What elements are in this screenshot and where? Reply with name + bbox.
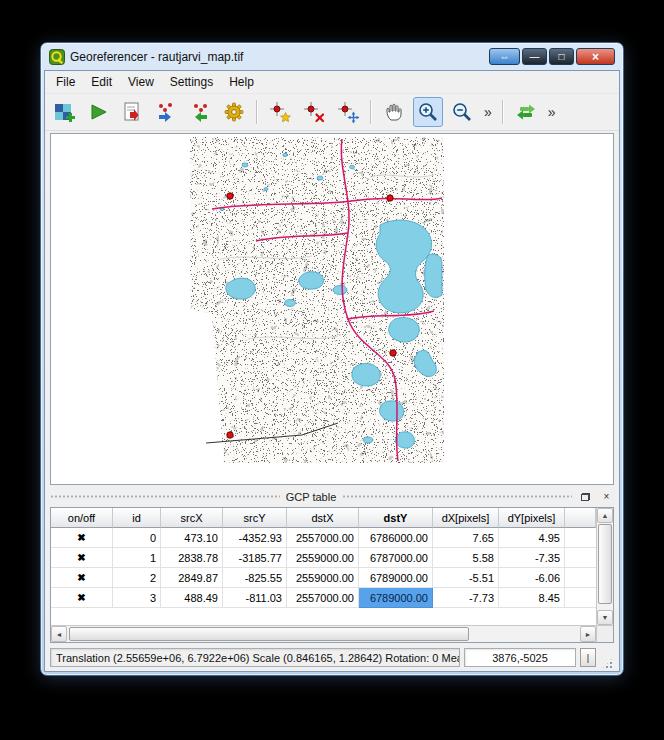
gcp-row1-dsty[interactable]: 6787000.00 bbox=[359, 548, 433, 568]
transform-status-field: Translation (2.55659e+06, 6.7922e+06) Sc… bbox=[50, 648, 460, 667]
gcp-row0-srcx[interactable]: 473.10 bbox=[161, 528, 223, 548]
window-maximize-button[interactable]: □ bbox=[549, 48, 574, 65]
gcp-panel-title: GCP table bbox=[286, 491, 337, 503]
column-header-srcx[interactable]: srcX bbox=[161, 508, 223, 528]
gcp-row2-id[interactable]: 2 bbox=[113, 568, 161, 588]
toolbar-load-gcp-button[interactable] bbox=[151, 97, 181, 127]
gcp-row1-dstx[interactable]: 2559000.00 bbox=[287, 548, 359, 568]
gcp-row1-dy[interactable]: -7.35 bbox=[499, 548, 565, 568]
toolbar-zoom-out-button[interactable] bbox=[447, 97, 477, 127]
gcp-marker-3[interactable] bbox=[227, 432, 233, 438]
column-header-dsty[interactable]: dstY bbox=[359, 508, 433, 528]
gcp-marker-0[interactable] bbox=[227, 193, 233, 199]
gcp-row2-srcx[interactable]: 2849.87 bbox=[161, 568, 223, 588]
gcp-row2-checkbox[interactable]: ✖ bbox=[51, 568, 113, 588]
window-restore-button[interactable]: ⇔ bbox=[489, 48, 520, 65]
window-body: File Edit View Settings Help bbox=[44, 70, 620, 672]
gcp-row3-dx[interactable]: -7.73 bbox=[433, 588, 499, 608]
gcp-panel-header[interactable]: GCP table × bbox=[50, 488, 614, 505]
map-canvas[interactable] bbox=[50, 133, 614, 485]
gcp-row0-id[interactable]: 0 bbox=[113, 528, 161, 548]
toolbar-add-point-button[interactable] bbox=[265, 97, 295, 127]
gcp-marker-2[interactable] bbox=[390, 350, 396, 356]
gcp-row3-dstx[interactable]: 2557000.00 bbox=[287, 588, 359, 608]
gcp-row1-srcx[interactable]: 2838.78 bbox=[161, 548, 223, 568]
gcp-row1-checkbox[interactable]: ✖ bbox=[51, 548, 113, 568]
arrow-up-icon: ▲ bbox=[602, 512, 609, 519]
window-minimize-button[interactable]: — bbox=[522, 48, 547, 65]
gcp-row3-srcx[interactable]: 488.49 bbox=[161, 588, 223, 608]
menu-view[interactable]: View bbox=[120, 73, 162, 91]
gcp-row1-id[interactable]: 1 bbox=[113, 548, 161, 568]
horizontal-scrollbar[interactable]: ◄ ► bbox=[51, 625, 596, 642]
toolbar-transformation-settings-button[interactable] bbox=[219, 97, 249, 127]
gcp-row1-srcy[interactable]: -3185.77 bbox=[223, 548, 287, 568]
column-header-dstx[interactable]: dstX bbox=[287, 508, 359, 528]
vertical-scroll-thumb[interactable] bbox=[598, 524, 612, 604]
window-title: Georeferencer - rautjarvi_map.tif bbox=[70, 50, 484, 64]
column-header-dx[interactable]: dX[pixels] bbox=[433, 508, 499, 528]
toolbar-pan-button[interactable] bbox=[379, 97, 409, 127]
scroll-left-button[interactable]: ◄ bbox=[51, 626, 67, 642]
gcp-row2-srcy[interactable]: -825.55 bbox=[223, 568, 287, 588]
close-icon: × bbox=[604, 491, 610, 502]
horizontal-scroll-track[interactable] bbox=[67, 626, 580, 642]
gcp-row0-dy[interactable]: 4.95 bbox=[499, 528, 565, 548]
gcp-row2-dsty[interactable]: 6789000.00 bbox=[359, 568, 433, 588]
menu-edit[interactable]: Edit bbox=[83, 73, 120, 91]
gcp-row3-checkbox[interactable]: ✖ bbox=[51, 588, 113, 608]
toolbar-save-gcp-button[interactable] bbox=[185, 97, 215, 127]
pan-hand-icon bbox=[383, 101, 405, 123]
toolbar-zoom-in-button[interactable] bbox=[413, 97, 443, 127]
toolbar-open-raster-button[interactable] bbox=[49, 97, 79, 127]
raster-map-image bbox=[190, 137, 444, 463]
vertical-scroll-track[interactable] bbox=[597, 523, 613, 610]
green-arrows-icon bbox=[515, 101, 537, 123]
titlebar[interactable]: Georeferencer - rautjarvi_map.tif ⇔ — □ … bbox=[44, 43, 620, 70]
gcp-row3-dy[interactable]: 8.45 bbox=[499, 588, 565, 608]
gcp-row0-dx[interactable]: 7.65 bbox=[433, 528, 499, 548]
toolbar-zoom-to-layer-button[interactable] bbox=[511, 97, 541, 127]
column-header-dy[interactable]: dY[pixels] bbox=[499, 508, 565, 528]
panel-float-button[interactable] bbox=[578, 490, 593, 504]
scroll-right-button[interactable]: ► bbox=[580, 626, 596, 642]
column-header-id[interactable]: id bbox=[113, 508, 161, 528]
zoom-out-icon bbox=[451, 101, 473, 123]
gcp-row0-checkbox[interactable]: ✖ bbox=[51, 528, 113, 548]
gcp-row3-dsty-selected[interactable]: 6789000.00 bbox=[359, 588, 433, 608]
toolbar-start-georeferencing-button[interactable] bbox=[83, 97, 113, 127]
window-close-button[interactable]: × bbox=[576, 48, 615, 65]
column-header-srcy[interactable]: srcY bbox=[223, 508, 287, 528]
gcp-row3-id[interactable]: 3 bbox=[113, 588, 161, 608]
toolbar-overflow-button-2[interactable]: » bbox=[545, 104, 559, 120]
gcp-marker-1[interactable] bbox=[387, 195, 393, 201]
column-header-onoff[interactable]: on/off bbox=[51, 508, 113, 528]
gcp-row2-dx[interactable]: -5.51 bbox=[433, 568, 499, 588]
status-toggle-button[interactable]: | bbox=[580, 648, 596, 667]
resize-grip[interactable] bbox=[601, 657, 614, 670]
menubar: File Edit View Settings Help bbox=[45, 71, 619, 93]
menu-file[interactable]: File bbox=[48, 73, 83, 91]
toolbar-overflow-button[interactable]: » bbox=[481, 104, 495, 120]
window-controls: ⇔ — □ × bbox=[489, 48, 615, 65]
toolbar-gdal-script-button[interactable] bbox=[117, 97, 147, 127]
gcp-row3-srcy[interactable]: -811.03 bbox=[223, 588, 287, 608]
gcp-row1-dx[interactable]: 5.58 bbox=[433, 548, 499, 568]
gcp-row0-dsty[interactable]: 6786000.00 bbox=[359, 528, 433, 548]
menu-help[interactable]: Help bbox=[221, 73, 262, 91]
gcp-row2-dstx[interactable]: 2559000.00 bbox=[287, 568, 359, 588]
gcp-row0-srcy[interactable]: -4352.93 bbox=[223, 528, 287, 548]
menu-settings[interactable]: Settings bbox=[162, 73, 221, 91]
scroll-up-button[interactable]: ▲ bbox=[597, 508, 613, 523]
toolbar-delete-point-button[interactable] bbox=[299, 97, 329, 127]
gcp-row2-dy[interactable]: -6.06 bbox=[499, 568, 565, 588]
gcp-row0-dstx[interactable]: 2557000.00 bbox=[287, 528, 359, 548]
horizontal-scroll-thumb[interactable] bbox=[69, 627, 469, 641]
vertical-scrollbar[interactable]: ▲ ▼ bbox=[596, 508, 613, 625]
column-header-filler bbox=[565, 508, 596, 528]
add-point-icon bbox=[269, 101, 292, 124]
toolbar-move-point-button[interactable] bbox=[333, 97, 363, 127]
panel-close-button[interactable]: × bbox=[599, 490, 614, 504]
scroll-down-button[interactable]: ▼ bbox=[597, 610, 613, 625]
arrow-left-icon: ◄ bbox=[56, 631, 63, 638]
